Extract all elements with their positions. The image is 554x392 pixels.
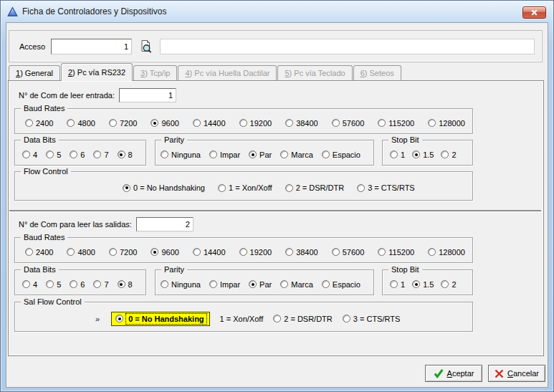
- tab-general[interactable]: 1) General: [9, 65, 60, 81]
- radio-128000[interactable]: 128000: [428, 119, 465, 128]
- radio-2[interactable]: 2: [441, 280, 456, 289]
- radio-espacio[interactable]: Espacio: [322, 280, 360, 289]
- radio-7[interactable]: 7: [93, 150, 108, 159]
- radio-icon: [332, 119, 340, 127]
- radio-marca[interactable]: Marca: [280, 280, 313, 289]
- radio-2400[interactable]: 2400: [25, 119, 53, 128]
- radio-icon: [22, 280, 30, 288]
- access-description-field[interactable]: [160, 39, 535, 54]
- radio-9600[interactable]: 9600: [151, 248, 178, 257]
- green-check-icon: [434, 368, 444, 378]
- tab-pc-via-huella-dactilar[interactable]: 4) Pc vía Huella Dactilar: [178, 65, 277, 81]
- radio-1-xon-xoff[interactable]: 1 = Xon/Xoff: [218, 183, 272, 192]
- cancel-button[interactable]: Cancelar: [488, 365, 545, 382]
- tab-seteos[interactable]: 6) Seteos: [353, 65, 401, 81]
- radio-4[interactable]: 4: [22, 280, 37, 289]
- radio-ninguna[interactable]: Ninguna: [161, 150, 201, 159]
- radio-label: 1.5: [423, 280, 434, 289]
- access-input[interactable]: [51, 39, 132, 54]
- radio-0-no-handshaking[interactable]: 0 = No Handshaking: [111, 312, 209, 326]
- accept-button[interactable]: Aceptar: [425, 365, 482, 382]
- radio-4800[interactable]: 4800: [67, 248, 95, 257]
- radio-ninguna[interactable]: Ninguna: [161, 280, 201, 289]
- radio-1[interactable]: 1: [390, 280, 405, 289]
- radio-icon: [332, 248, 340, 256]
- com-out-input[interactable]: [136, 217, 194, 231]
- radio-19200[interactable]: 19200: [239, 119, 272, 128]
- radio-label: 0 = No Handshaking: [127, 315, 205, 323]
- radio-label: 38400: [296, 119, 318, 128]
- com-output-row: N° de Com para leer las salidas:: [19, 217, 194, 231]
- radio-0-no-handshaking[interactable]: 0 = No Handshaking: [123, 183, 205, 192]
- radio-3-cts-rts[interactable]: 3 = CTS/RTS: [357, 183, 415, 192]
- close-icon: [531, 9, 538, 16]
- radio-6[interactable]: 6: [70, 280, 85, 289]
- radio-7200[interactable]: 7200: [109, 119, 137, 128]
- flow-out-options: » 0 = No Handshaking1 = Xon/Xoff2 = DSR/…: [15, 302, 472, 331]
- radio-4800[interactable]: 4800: [67, 119, 95, 128]
- group-stop-bit-in: Stop Bit 11.52: [382, 140, 473, 166]
- radio-espacio[interactable]: Espacio: [322, 150, 360, 159]
- radio-115200[interactable]: 115200: [378, 248, 414, 257]
- radio-marca[interactable]: Marca: [280, 150, 313, 159]
- radio-label: 1 = Xon/Xoff: [229, 183, 272, 192]
- radio-7200[interactable]: 7200: [109, 248, 137, 257]
- com-input-row: N° de Com de leer entrada:: [19, 88, 176, 102]
- radio-impar[interactable]: Impar: [209, 150, 240, 159]
- radio-57600[interactable]: 57600: [332, 248, 365, 257]
- radio-2[interactable]: 2: [441, 150, 456, 159]
- radio-8[interactable]: 8: [118, 280, 133, 289]
- group-legend: Parity: [161, 135, 187, 145]
- radio-icon: [322, 280, 330, 288]
- radio-3-cts-rts[interactable]: 3 = CTS/RTS: [343, 315, 401, 323]
- lookup-button[interactable]: [138, 37, 154, 56]
- radio-impar[interactable]: Impar: [209, 280, 240, 289]
- radio-8[interactable]: 8: [118, 150, 133, 159]
- radio-1[interactable]: 1: [390, 150, 405, 159]
- radio-7[interactable]: 7: [93, 280, 108, 289]
- tab-pc-via-teclado[interactable]: 5) Pc vía Teclado: [277, 65, 352, 81]
- radio-2-dsr-dtr[interactable]: 2 = DSR/DTR: [273, 315, 333, 323]
- group-stop-bit-out: Stop Bit 11.52: [382, 269, 473, 295]
- radio-label: 38400: [296, 248, 318, 257]
- radio-label: 7200: [120, 119, 137, 128]
- radio-label: Impar: [220, 150, 240, 159]
- radio-icon: [46, 150, 54, 158]
- radio-1.5[interactable]: 1.5: [412, 150, 434, 159]
- radio-label: Marca: [291, 280, 313, 289]
- radio-14400[interactable]: 14400: [193, 119, 226, 128]
- tab-pc-via-rs232[interactable]: 2) Pc vía RS232: [61, 63, 133, 81]
- radio-icon: [357, 184, 365, 192]
- radio-label: Espacio: [333, 150, 360, 159]
- radio-par[interactable]: Par: [249, 150, 272, 159]
- com-in-input[interactable]: [119, 88, 176, 102]
- radio-38400[interactable]: 38400: [285, 119, 318, 128]
- radio-1.5[interactable]: 1.5: [412, 280, 434, 289]
- radio-label: 19200: [250, 119, 272, 128]
- radio-9600[interactable]: 9600: [151, 119, 178, 128]
- radio-icon: [109, 119, 117, 127]
- radio-label: 2400: [36, 119, 53, 128]
- radio-19200[interactable]: 19200: [239, 248, 272, 257]
- titlebar[interactable]: Ficha de Controladores y Dispositivos: [1, 1, 553, 22]
- tab-tcp-ip[interactable]: 3) Tcp/ip: [133, 65, 177, 81]
- radio-1-xon-xoff[interactable]: 1 = Xon/Xoff: [220, 315, 264, 323]
- radio-14400[interactable]: 14400: [193, 248, 226, 257]
- group-baud-rates-out: Baud Rates 24004800720096001440019200384…: [14, 237, 473, 263]
- radio-icon: [428, 248, 436, 256]
- group-legend: Baud Rates: [21, 232, 67, 242]
- radio-115200[interactable]: 115200: [378, 119, 414, 128]
- radio-2400[interactable]: 2400: [25, 248, 53, 257]
- radio-6[interactable]: 6: [70, 150, 85, 159]
- radio-par[interactable]: Par: [249, 280, 272, 289]
- radio-38400[interactable]: 38400: [285, 248, 318, 257]
- radio-5[interactable]: 5: [46, 150, 61, 159]
- radio-icon: [390, 150, 398, 158]
- radio-2-dsr-dtr[interactable]: 2 = DSR/DTR: [285, 183, 345, 192]
- close-button[interactable]: [522, 6, 546, 19]
- red-x-icon: [495, 369, 504, 378]
- radio-128000[interactable]: 128000: [428, 248, 465, 257]
- radio-57600[interactable]: 57600: [332, 119, 365, 128]
- radio-4[interactable]: 4: [22, 150, 37, 159]
- radio-5[interactable]: 5: [46, 280, 61, 289]
